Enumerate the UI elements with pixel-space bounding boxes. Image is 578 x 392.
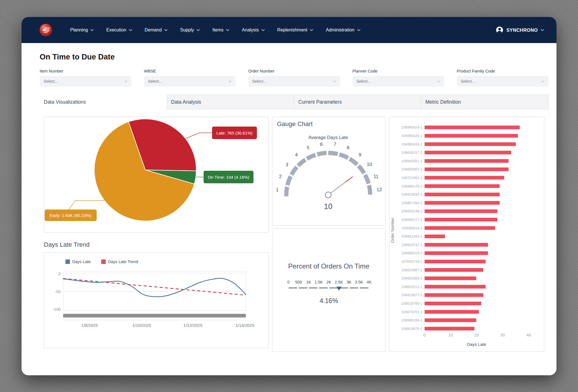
svg-text:0: 0 [423, 333, 426, 337]
nav-item-replenishment[interactable]: Replenishment [277, 27, 313, 33]
linear-gauge-tick: 1K [306, 280, 311, 284]
days-late-bars-panel: 106990424-1106990420-1106990416-11066361… [389, 117, 544, 352]
days-late-bar [425, 302, 481, 305]
wbse-select[interactable]: Select... [144, 76, 236, 87]
filter-item-number: Item Number Select... [40, 69, 131, 87]
svg-text:0: 0 [58, 272, 61, 276]
svg-text:10: 10 [367, 162, 372, 167]
days-late-bar [425, 318, 476, 322]
tab-data-visualizations[interactable]: Data Visualizations [40, 95, 167, 109]
linear-gauge-marker-icon [336, 287, 342, 291]
chevron-down-icon [437, 80, 440, 82]
svg-text:Days Late: Days Late [467, 342, 486, 347]
linear-gauge-tick: 0 [287, 280, 289, 284]
nav-item-label: Administration [326, 27, 354, 33]
days-late-bar [425, 151, 511, 154]
linear-gauge-tick: 2.5K [335, 280, 343, 284]
days-late-bar [425, 184, 500, 188]
chevron-down-icon [197, 29, 200, 31]
order-number-select[interactable]: Select... [248, 76, 340, 87]
percent-on-time-panel: Percent of Orders On Time 05001K1.5K2K2.… [272, 229, 385, 352]
select-placeholder: Select... [44, 79, 58, 84]
chevron-down-icon [226, 29, 229, 31]
chevron-down-icon [129, 29, 132, 31]
svg-text:106923593-1: 106923593-1 [401, 193, 422, 197]
chevron-down-icon [333, 80, 336, 82]
average-days-late-gauge: Average Days Late12345678910111210 [272, 117, 385, 225]
select-placeholder: Select... [461, 79, 475, 84]
days-late-trend-panel: Days LateDays Late Trend0-50-1001/8/2025… [44, 252, 268, 348]
nav-item-items[interactable]: Items [212, 27, 229, 33]
svg-text:4: 4 [295, 152, 298, 157]
nav-item-demand[interactable]: Demand [145, 27, 168, 33]
svg-text:10: 10 [324, 202, 332, 211]
tab-current-parameters[interactable]: Current Parameters [294, 95, 421, 109]
nav-item-execution[interactable]: Execution [106, 27, 132, 33]
linear-gauge-tick: 2K [326, 280, 331, 284]
svg-text:40: 40 [526, 333, 531, 337]
days-late-bar [425, 142, 516, 146]
svg-text:1/10/2025: 1/10/2025 [132, 323, 151, 328]
svg-text:2: 2 [279, 174, 281, 179]
filter-row: Item Number Select... WBSE Select... Ord… [40, 69, 549, 87]
nav-item-supply[interactable]: Supply [180, 27, 200, 33]
user-menu[interactable]: SYNCHRONO [496, 26, 544, 34]
svg-text:106966176-1: 106966176-1 [401, 184, 422, 188]
days-late-bar [425, 193, 500, 196]
trend-x-scrollbar[interactable] [63, 314, 246, 318]
svg-text:106721561-1: 106721561-1 [401, 176, 422, 180]
item-number-select[interactable]: Select... [40, 76, 131, 87]
svg-text:10: 10 [448, 333, 453, 337]
chevron-down-icon [164, 29, 168, 31]
svg-text:Average Days Late: Average Days Late [308, 135, 348, 140]
nav-item-planning[interactable]: Planning [70, 27, 94, 33]
days-late-bar [425, 285, 486, 289]
filter-product-family-code: Product Family Code Select... [457, 69, 549, 87]
nav-item-analysis[interactable]: Analysis [242, 27, 265, 33]
days-late-bar [425, 159, 509, 163]
gauge-chart-panel: Gauge Chart Average Days Late12345678910… [272, 117, 385, 226]
svg-text:On Time: 104 (4.16%): On Time: 104 (4.16%) [208, 175, 249, 180]
svg-text:106929146-1: 106929146-1 [401, 209, 422, 213]
svg-text:9: 9 [359, 152, 361, 157]
linear-gauge-track [289, 287, 369, 289]
days-late-bar [425, 251, 488, 255]
filter-planner-code: Planner Code Select... [353, 69, 444, 87]
svg-text:30: 30 [500, 333, 505, 337]
chevron-down-icon [541, 80, 545, 82]
nav-item-label: Demand [145, 27, 162, 33]
svg-text:106919742-1: 106919742-1 [401, 243, 422, 247]
days-late-bar [425, 167, 509, 171]
planner-code-select[interactable]: Select... [353, 76, 444, 87]
days-late-bar [425, 243, 488, 247]
filter-label: Planner Code [353, 69, 444, 73]
filter-label: Product Family Code [457, 69, 549, 73]
svg-text:106851343-1: 106851343-1 [401, 235, 422, 238]
brand-logo-icon[interactable] [39, 23, 53, 37]
svg-text:-100: -100 [53, 307, 61, 312]
desktop: { "nav": { "items": ["Planning", "Execut… [0, 0, 578, 392]
svg-text:106919978-1: 106919978-1 [401, 327, 422, 331]
product-family-code-select[interactable]: Select... [457, 76, 549, 87]
app-window: Planning Execution Demand Supply Items A… [22, 17, 556, 375]
nav-item-administration[interactable]: Administration [326, 27, 360, 33]
svg-text:7: 7 [334, 142, 336, 147]
tab-data-analysis[interactable]: Data Analysis [167, 95, 294, 109]
days-late-bar [425, 310, 479, 314]
filter-label: WBSE [144, 69, 236, 73]
svg-text:106886319-1: 106886319-1 [401, 251, 422, 255]
svg-text:106518790-1: 106518790-1 [401, 302, 422, 306]
svg-text:106988186-1: 106988186-1 [401, 318, 422, 322]
svg-text:106967384-1: 106967384-1 [401, 201, 422, 205]
svg-text:-50: -50 [55, 289, 61, 294]
svg-text:Days Late Trend: Days Late Trend [108, 259, 138, 264]
nav-item-label: Execution [106, 27, 126, 33]
svg-text:12: 12 [377, 187, 382, 192]
filter-order-number: Order Number Select... [248, 69, 340, 87]
svg-text:106990424-1: 106990424-1 [401, 125, 422, 129]
tab-metric-definition[interactable]: Metric Definition [421, 95, 549, 109]
days-late-bar [425, 293, 483, 297]
svg-text:Late: 765 (30.61%): Late: 765 (30.61%) [216, 131, 253, 135]
select-placeholder: Select... [252, 79, 266, 84]
days-late-by-order-bar-chart: 106990424-1106990420-1106990416-11066361… [389, 117, 544, 351]
